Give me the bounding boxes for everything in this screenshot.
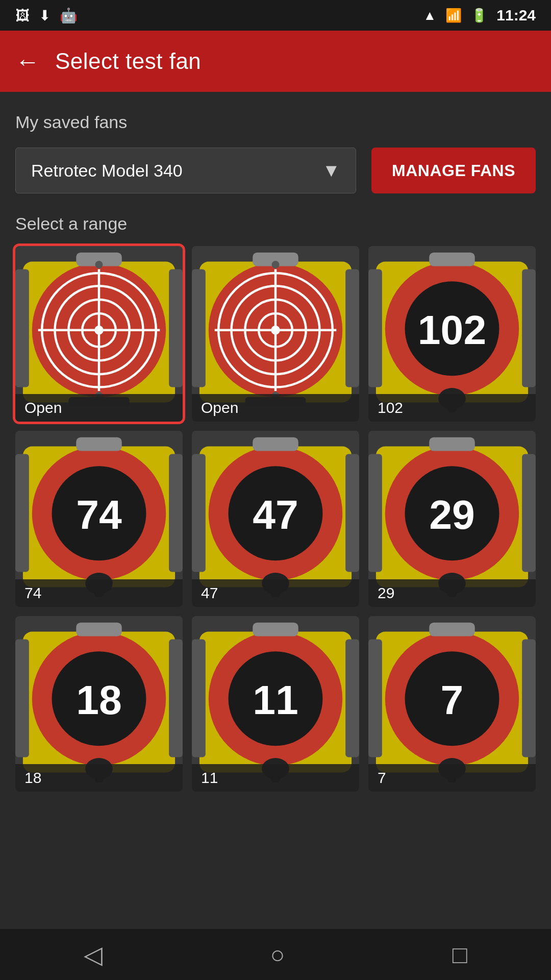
fan-card-label: 7 bbox=[368, 764, 536, 792]
svg-rect-68 bbox=[169, 639, 183, 757]
svg-rect-67 bbox=[15, 639, 29, 757]
svg-point-25 bbox=[271, 326, 280, 335]
fan-card-29[interactable]: 29 29 bbox=[368, 431, 536, 606]
svg-rect-40 bbox=[15, 454, 29, 572]
svg-point-27 bbox=[272, 261, 280, 268]
fan-card-18[interactable]: 18 18 bbox=[15, 616, 183, 792]
svg-text:7: 7 bbox=[441, 676, 464, 722]
status-time: 11:24 bbox=[496, 7, 536, 24]
main-content: My saved fans Retrotec Model 340 ▼ MANAG… bbox=[0, 92, 551, 812]
svg-text:18: 18 bbox=[76, 676, 122, 722]
svg-rect-54 bbox=[253, 437, 298, 451]
status-bar: 🖼 ⬇ 🤖 ▲ 📶 🔋 11:24 bbox=[0, 0, 551, 31]
nav-recent-button[interactable]: □ bbox=[422, 936, 498, 974]
battery-icon: 🔋 bbox=[471, 8, 487, 23]
fan-card-open[interactable]: Open bbox=[15, 246, 183, 422]
android-icon: 🤖 bbox=[60, 7, 78, 24]
manage-fans-button[interactable]: MANAGE FANS bbox=[371, 148, 536, 193]
nav-home-button[interactable]: ○ bbox=[239, 936, 315, 974]
fan-card-label: 29 bbox=[368, 579, 536, 607]
download-icon: ⬇ bbox=[39, 7, 51, 24]
svg-text:47: 47 bbox=[253, 492, 298, 537]
svg-rect-49 bbox=[192, 454, 206, 572]
fan-card-label: 11 bbox=[192, 764, 359, 792]
photo-icon: 🖼 bbox=[15, 7, 30, 24]
svg-rect-77 bbox=[345, 639, 359, 757]
svg-rect-76 bbox=[192, 639, 206, 757]
fan-card-label: 74 bbox=[15, 579, 183, 607]
svg-rect-32 bbox=[522, 269, 536, 387]
dropdown-value: Retrotec Model 340 bbox=[31, 161, 183, 181]
svg-rect-81 bbox=[253, 622, 298, 636]
svg-text:11: 11 bbox=[253, 676, 298, 722]
page-title: Select test fan bbox=[55, 48, 201, 74]
svg-rect-1 bbox=[15, 269, 29, 387]
svg-text:74: 74 bbox=[76, 492, 122, 537]
fan-card-label: 18 bbox=[15, 764, 183, 792]
fan-card-label: Open bbox=[192, 394, 359, 422]
svg-point-12 bbox=[95, 261, 103, 268]
svg-rect-41 bbox=[169, 454, 183, 572]
fan-card-102[interactable]: 102 102 bbox=[368, 246, 536, 422]
svg-text:29: 29 bbox=[429, 492, 475, 537]
chevron-down-icon: ▼ bbox=[322, 160, 340, 181]
fan-selector-row: Retrotec Model 340 ▼ MANAGE FANS bbox=[15, 148, 536, 193]
svg-rect-85 bbox=[368, 639, 382, 757]
svg-rect-17 bbox=[345, 269, 359, 387]
select-range-label: Select a range bbox=[15, 214, 536, 234]
svg-rect-86 bbox=[522, 639, 536, 757]
fan-card-74[interactable]: 74 74 bbox=[15, 431, 183, 606]
wifi-icon: 📶 bbox=[445, 8, 462, 23]
svg-rect-63 bbox=[429, 437, 474, 451]
fan-card-7[interactable]: 7 7 bbox=[368, 616, 536, 792]
fan-card-open[interactable]: Open bbox=[192, 246, 359, 422]
fan-card-label: Open bbox=[15, 394, 183, 422]
svg-text:102: 102 bbox=[418, 307, 486, 353]
svg-rect-90 bbox=[429, 622, 474, 636]
svg-rect-58 bbox=[368, 454, 382, 572]
svg-rect-2 bbox=[169, 269, 183, 387]
my-saved-fans-label: My saved fans bbox=[15, 112, 536, 132]
svg-rect-59 bbox=[522, 454, 536, 572]
status-icons-left: 🖼 ⬇ 🤖 bbox=[15, 7, 78, 24]
svg-rect-31 bbox=[368, 269, 382, 387]
back-button[interactable]: ← bbox=[15, 47, 40, 76]
svg-rect-36 bbox=[429, 253, 474, 266]
fan-dropdown[interactable]: Retrotec Model 340 ▼ bbox=[15, 148, 356, 193]
bottom-nav: ◁ ○ □ bbox=[0, 929, 551, 980]
fan-card-label: 47 bbox=[192, 579, 359, 607]
fan-card-47[interactable]: 47 47 bbox=[192, 431, 359, 606]
svg-point-10 bbox=[94, 326, 104, 335]
fan-grid: Open bbox=[15, 246, 536, 792]
svg-rect-45 bbox=[76, 437, 121, 451]
signal-icon: ▲ bbox=[423, 8, 437, 23]
fan-card-11[interactable]: 11 11 bbox=[192, 616, 359, 792]
svg-rect-50 bbox=[345, 454, 359, 572]
status-icons-right: ▲ 📶 🔋 11:24 bbox=[423, 7, 536, 24]
fan-card-label: 102 bbox=[368, 394, 536, 422]
svg-rect-72 bbox=[76, 622, 121, 636]
svg-rect-16 bbox=[192, 269, 206, 387]
app-bar: ← Select test fan bbox=[0, 31, 551, 92]
nav-back-button[interactable]: ◁ bbox=[53, 935, 133, 974]
